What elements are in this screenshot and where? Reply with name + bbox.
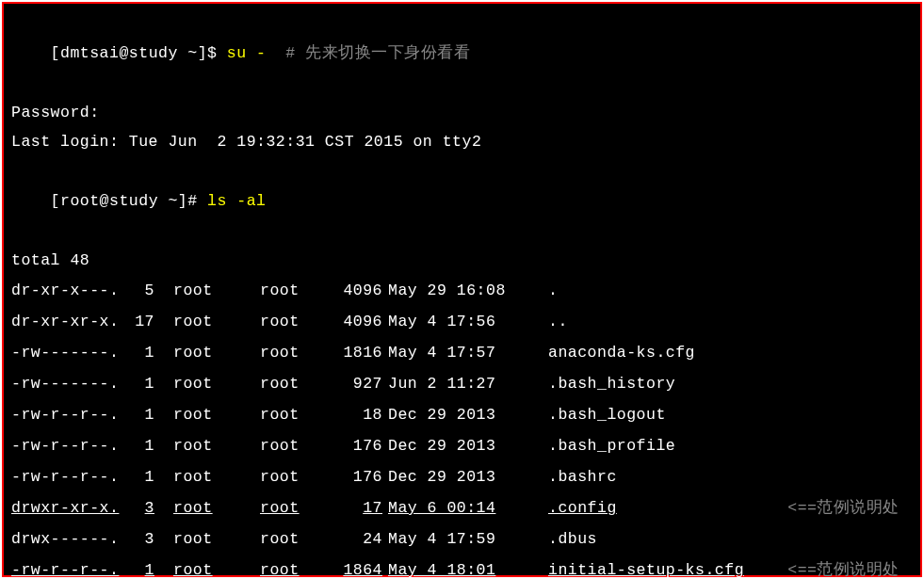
ls-row: dr-xr-xr-x.17rootroot4096 May 4 17:56 .. [11,306,913,337]
terminal-window: [dmtsai@study ~]$ su - # 先来切换一下身份看看 Pass… [2,2,922,577]
password-line[interactable]: Password: [11,98,913,127]
ls-row: -rw-r--r--.1rootroot18 Dec 29 2013 .bash… [11,399,913,430]
group-col: root [260,275,330,306]
perm-col: drwxr-xr-x. [11,492,132,523]
size-col: 4096 [330,275,388,306]
ls-row: dr-xr-x---.5rootroot4096 May 29 16:08 . [11,275,913,306]
owner-col: root [173,337,260,368]
size-col: 18 [330,399,388,430]
name-col: anaconda-ks.cfg [548,337,913,368]
user-prompt: [dmtsai@study ~]$ [51,44,227,62]
links-col: 1 [132,555,173,579]
date-col: Dec 29 2013 [388,399,548,430]
perm-col: -rw-r--r--. [11,461,132,492]
links-col: 3 [132,492,173,523]
perm-col: -rw-------. [11,337,132,368]
name-col: . [548,275,913,306]
perm-col: -rw-r--r--. [11,430,132,461]
size-col: 176 [330,461,388,492]
group-col: root [260,523,330,555]
owner-col: root [173,368,260,399]
perm-col: dr-xr-xr-x. [11,306,132,337]
group-col: root [260,461,330,492]
name-col: .bash_profile [548,430,913,461]
date-col: May 4 17:59 [388,523,548,555]
comment-text: # 先来切换一下身份看看 [266,44,470,62]
owner-col: root [173,523,260,555]
group-col: root [260,337,330,368]
owner-col: root [173,492,260,523]
root-prompt: [root@study ~]# [51,192,207,210]
ls-row: drwxr-xr-x.3rootroot17 May 6 00:14 .conf… [11,492,913,523]
links-col: 5 [132,275,173,306]
date-col: Dec 29 2013 [388,430,548,461]
last-login-line: Last login: Tue Jun 2 19:32:31 CST 2015 … [11,127,913,156]
perm-col: drwx------. [11,523,132,555]
ls-output: dr-xr-x---.5rootroot4096 May 29 16:08 .d… [11,275,913,579]
size-col: 4096 [330,306,388,337]
size-col: 1864 [330,555,388,579]
links-col: 17 [132,306,173,337]
ls-row: -rw-------.1rootroot927 Jun 2 11:27 .bas… [11,368,913,399]
date-col: May 6 00:14 [388,492,548,523]
prompt-line-2[interactable]: [root@study ~]# ls -al [11,157,913,246]
ls-row: -rw-r--r--.1rootroot176 Dec 29 2013 .bas… [11,461,913,492]
perm-col: -rw-r--r--. [11,555,132,579]
name-col: .bash_history [548,368,913,399]
owner-col: root [173,306,260,337]
size-col: 17 [330,492,388,523]
annotation-text: <==范例说明处 [787,492,900,523]
group-col: root [260,555,330,579]
links-col: 1 [132,399,173,430]
size-col: 176 [330,430,388,461]
date-col: May 4 17:56 [388,306,548,337]
owner-col: root [173,461,260,492]
date-col: Jun 2 11:27 [388,368,548,399]
name-col: .bash_logout [548,399,913,430]
links-col: 3 [132,523,173,555]
annotation-text: <==范例说明处 [787,555,900,579]
ls-row: -rw-r--r--.1rootroot176 Dec 29 2013 .bas… [11,430,913,461]
group-col: root [260,368,330,399]
size-col: 927 [330,368,388,399]
name-col: .dbus [548,523,913,555]
size-col: 24 [330,523,388,555]
group-col: root [260,306,330,337]
links-col: 1 [132,461,173,492]
perm-col: -rw-r--r--. [11,399,132,430]
date-col: May 4 17:57 [388,337,548,368]
su-command: su - [227,44,267,62]
name-col: .bashrc [548,461,913,492]
owner-col: root [173,430,260,461]
links-col: 1 [132,337,173,368]
date-col: Dec 29 2013 [388,461,548,492]
date-col: May 29 16:08 [388,275,548,306]
ls-row: -rw-r--r--.1rootroot1864 May 4 18:01 ini… [11,555,913,579]
perm-col: -rw-------. [11,368,132,399]
owner-col: root [173,399,260,430]
perm-col: dr-xr-x---. [11,275,132,306]
owner-col: root [173,275,260,306]
total-line: total 48 [11,246,913,275]
links-col: 1 [132,368,173,399]
ls-row: drwx------.3rootroot24 May 4 17:59 .dbus [11,523,913,555]
links-col: 1 [132,430,173,461]
group-col: root [260,399,330,430]
ls-command: ls -al [207,192,266,210]
prompt-line-1[interactable]: [dmtsai@study ~]$ su - # 先来切换一下身份看看 [11,9,913,98]
ls-row: -rw-------.1rootroot1816 May 4 17:57 ana… [11,337,913,368]
size-col: 1816 [330,337,388,368]
name-col: .. [548,306,913,337]
owner-col: root [173,555,260,579]
date-col: May 4 18:01 [388,555,548,579]
group-col: root [260,492,330,523]
group-col: root [260,430,330,461]
